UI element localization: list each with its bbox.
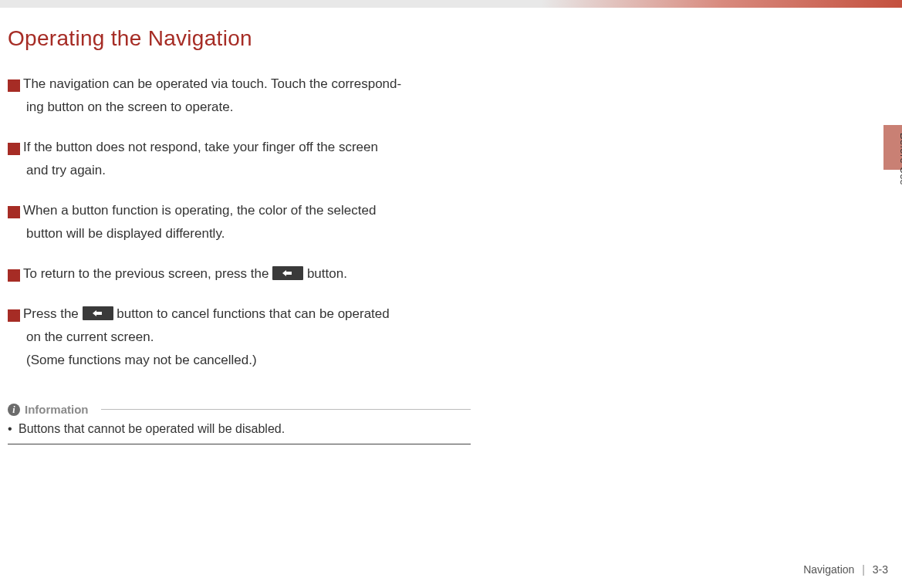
text: button. [303, 266, 347, 281]
arrow-icon: ↘ [8, 269, 20, 282]
text: When a button function is operating, the… [23, 203, 376, 218]
bullet-dot: • [8, 422, 19, 436]
arrow-icon: ↘ [8, 143, 20, 155]
information-block: i Information •Buttons that cannot be op… [8, 403, 471, 444]
main-content: Operating the Navigation ↘The navigation… [8, 26, 471, 444]
bullet-item-1: ↘The navigation can be operated via touc… [8, 73, 471, 119]
page: Operating the Navigation ↘The navigation… [0, 8, 902, 588]
info-icon: i [8, 404, 20, 416]
text: Buttons that cannot be operated will be … [19, 422, 285, 435]
back-button-icon [83, 306, 113, 320]
text: and try again. [26, 163, 106, 177]
bullet-item-2: ↘If the button does not respond, take yo… [8, 136, 471, 182]
text: Press the [23, 306, 83, 321]
text: on the current screen. [26, 329, 154, 344]
text: The navigation can be operated via touch… [23, 76, 401, 91]
information-list: •Buttons that cannot be operated will be… [8, 422, 471, 444]
arrow-icon: ↘ [8, 79, 20, 92]
footer-page-number: 3-3 [873, 563, 888, 576]
page-title: Operating the Navigation [8, 26, 471, 51]
side-section-label: Before Use [898, 133, 902, 185]
information-header: i Information [8, 403, 471, 416]
footer-separator: | [862, 563, 865, 576]
text: (Some functions may not be cancelled.) [26, 353, 257, 367]
back-button-icon [272, 266, 303, 280]
text: To return to the previous screen, press … [23, 266, 272, 281]
text: button to cancel functions that can be o… [113, 306, 390, 321]
page-footer: Navigation | 3-3 [803, 563, 888, 576]
bullet-item-5: ↘Press the button to cancel functions th… [8, 302, 471, 372]
top-gradient-bar [0, 0, 902, 8]
bullet-item-3: ↘When a button function is operating, th… [8, 199, 471, 245]
divider [101, 409, 471, 410]
text: ing button on the screen to operate. [26, 100, 233, 114]
bullet-item-4: ↘To return to the previous screen, press… [8, 262, 471, 286]
arrow-icon: ↘ [8, 206, 20, 218]
text: If the button does not respond, take you… [23, 140, 378, 154]
arrow-icon: ↘ [8, 309, 20, 322]
text: button will be displayed differently. [26, 226, 225, 241]
footer-section: Navigation [803, 563, 854, 576]
information-label: Information [25, 403, 89, 416]
